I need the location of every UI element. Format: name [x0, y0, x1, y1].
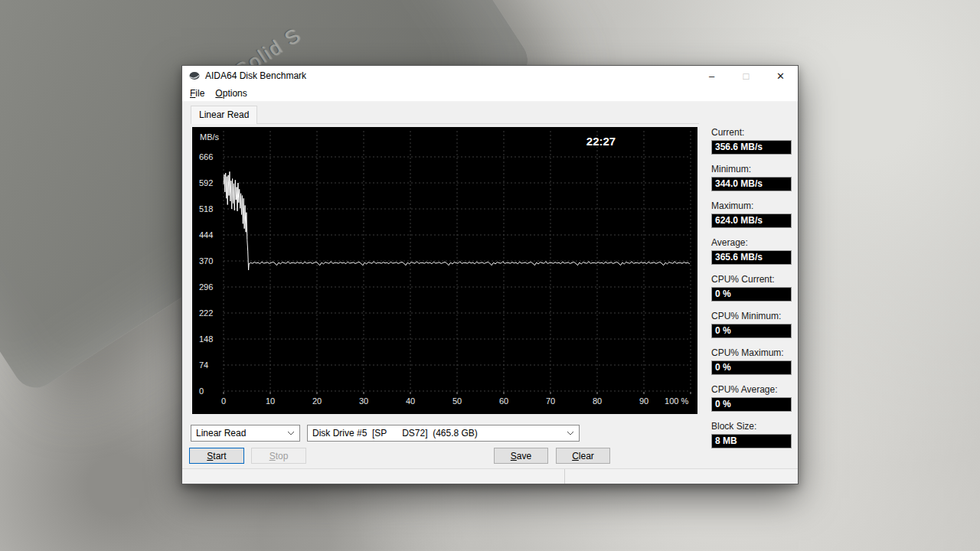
benchmark-chart: 0741482222963704445185926660102030405060… [192, 127, 697, 414]
stat-row: Minimum:344.0 MB/s [711, 164, 792, 191]
status-cell-left [182, 469, 565, 484]
svg-text:10: 10 [266, 396, 275, 406]
drive-combobox[interactable]: Disk Drive #5 [SP DS72] (465.8 GB) [307, 425, 580, 442]
stat-label: CPU% Maximum: [711, 347, 792, 358]
stat-label: CPU% Average: [711, 384, 792, 395]
svg-text:148: 148 [199, 334, 213, 344]
aida64-disk-benchmark-window: AIDA64 Disk Benchmark – □ ✕ File Options… [181, 65, 799, 484]
stat-value: 365.6 MB/s [711, 250, 792, 265]
tab-strip: Linear Read [191, 106, 699, 124]
close-button[interactable]: ✕ [763, 66, 798, 86]
tab-linear-read[interactable]: Linear Read [191, 106, 257, 124]
svg-text:22:27: 22:27 [586, 135, 616, 148]
svg-text:0: 0 [221, 396, 226, 406]
stat-label: CPU% Minimum: [711, 311, 792, 321]
svg-text:100 %: 100 % [665, 396, 688, 406]
stat-row: CPU% Current:0 % [711, 274, 792, 302]
stat-value: 0 % [711, 360, 792, 375]
stop-button[interactable]: Stop [251, 448, 306, 464]
menu-item-file[interactable]: File [185, 86, 210, 100]
svg-text:370: 370 [199, 256, 213, 266]
svg-text:592: 592 [199, 178, 213, 187]
stat-row: Block Size:8 MB [711, 421, 792, 448]
svg-text:518: 518 [199, 204, 213, 214]
stat-value: 356.6 MB/s [711, 140, 792, 155]
minimize-button[interactable]: – [694, 66, 729, 86]
svg-text:74: 74 [199, 360, 208, 370]
svg-text:90: 90 [639, 396, 648, 406]
stat-row: Average:365.6 MB/s [711, 237, 792, 265]
svg-text:50: 50 [452, 396, 462, 406]
stat-label: CPU% Current: [711, 274, 792, 285]
test-type-value: Linear Read [196, 428, 284, 439]
benchmark-chart-svg: 0741482222963704445185926660102030405060… [192, 127, 697, 414]
stat-value: 0 % [711, 397, 792, 412]
stat-value: 0 % [711, 287, 792, 302]
stat-label: Average: [711, 237, 792, 248]
svg-text:296: 296 [199, 282, 213, 292]
stat-row: CPU% Maximum:0 % [711, 347, 792, 375]
status-cell-right [565, 469, 798, 484]
stat-label: Current: [711, 127, 792, 138]
status-bar [182, 468, 798, 484]
chevron-down-icon [567, 431, 574, 435]
aida64-app-icon [188, 70, 201, 82]
svg-text:0: 0 [199, 386, 204, 396]
stat-row: CPU% Minimum:0 % [711, 311, 792, 338]
stat-label: Maximum: [711, 201, 792, 211]
stat-label: Minimum: [711, 164, 792, 174]
chevron-down-icon [287, 431, 295, 435]
svg-text:MB/s: MB/s [200, 132, 220, 142]
svg-text:60: 60 [499, 396, 508, 406]
svg-text:20: 20 [312, 396, 322, 406]
stats-panel: Current:356.6 MB/sMinimum:344.0 MB/sMaxi… [711, 127, 792, 458]
svg-text:80: 80 [593, 396, 602, 406]
window-title: AIDA64 Disk Benchmark [205, 70, 306, 81]
test-type-combobox[interactable]: Linear Read [191, 425, 300, 442]
menu-item-options[interactable]: Options [210, 86, 252, 100]
svg-text:70: 70 [546, 396, 555, 406]
clear-button[interactable]: Clear [556, 448, 610, 464]
stat-value: 8 MB [711, 434, 792, 448]
svg-text:222: 222 [199, 308, 213, 318]
menubar: File Options [182, 86, 798, 102]
maximize-button[interactable]: □ [729, 66, 763, 86]
stat-row: Current:356.6 MB/s [711, 127, 792, 155]
svg-text:666: 666 [199, 152, 213, 161]
save-button[interactable]: Save [494, 448, 548, 464]
stat-row: Maximum:624.0 MB/s [711, 201, 792, 228]
stat-label: Block Size: [711, 421, 792, 432]
stat-value: 0 % [711, 324, 792, 338]
stat-row: CPU% Average:0 % [711, 384, 792, 412]
svg-text:444: 444 [199, 230, 213, 240]
svg-text:40: 40 [406, 396, 415, 406]
svg-text:30: 30 [359, 396, 368, 406]
stat-value: 624.0 MB/s [711, 214, 792, 228]
start-button[interactable]: Start [189, 448, 244, 464]
stat-value: 344.0 MB/s [711, 177, 792, 191]
titlebar[interactable]: AIDA64 Disk Benchmark – □ ✕ [182, 66, 798, 86]
drive-value: Disk Drive #5 [SP DS72] (465.8 GB) [312, 428, 564, 439]
